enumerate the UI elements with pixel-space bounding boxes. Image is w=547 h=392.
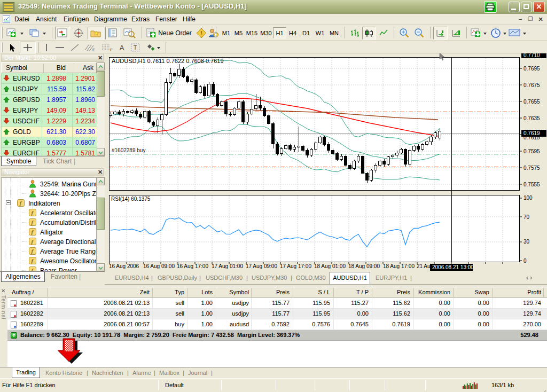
svg-text:0.7575: 0.7575 <box>523 165 540 171</box>
svg-text:T: T <box>134 45 137 51</box>
svg-text:0: 0 <box>523 258 527 264</box>
svg-text:18 Aug 17:00: 18 Aug 17:00 <box>383 263 415 269</box>
svg-text:0.7710: 0.7710 <box>523 53 540 58</box>
svg-text:2006.08.21 13:00: 2006.08.21 13:00 <box>432 264 474 270</box>
svg-text:17 Aug 01:00: 17 Aug 01:00 <box>212 263 243 269</box>
svg-text:18 Aug 09:00: 18 Aug 09:00 <box>348 263 380 269</box>
svg-text:0.7555: 0.7555 <box>523 182 540 187</box>
svg-text:17 Aug 09:00: 17 Aug 09:00 <box>246 263 277 269</box>
svg-text:16 Aug 2006: 16 Aug 2006 <box>109 263 139 269</box>
svg-text:21 Au: 21 Au <box>417 263 431 269</box>
svg-text:!: ! <box>200 30 202 36</box>
svg-text:0.7675: 0.7675 <box>523 82 540 88</box>
svg-text:F: F <box>110 48 113 52</box>
svg-text:18 Aug 01:00: 18 Aug 01:00 <box>314 263 346 269</box>
svg-text:0.7635: 0.7635 <box>523 115 540 121</box>
svg-text:0.7655: 0.7655 <box>523 99 540 105</box>
svg-text:16 Aug 17:00: 16 Aug 17:00 <box>177 263 208 269</box>
svg-text:0.7695: 0.7695 <box>523 66 540 72</box>
svg-text:70: 70 <box>523 214 530 220</box>
svg-text:17 Aug 17:00: 17 Aug 17:00 <box>280 263 311 269</box>
svg-text:100: 100 <box>523 195 533 201</box>
svg-text:#1602289 buy: #1602289 buy <box>112 147 145 153</box>
svg-text:16 Aug 09:00: 16 Aug 09:00 <box>143 263 175 269</box>
svg-text:0.7595: 0.7595 <box>523 148 540 154</box>
svg-text:AUDUSD,H1 0.7611 0.7622 0.760: AUDUSD,H1 0.7611 0.7622 0.7608 0.7619 <box>112 58 224 64</box>
svg-text:0.7619: 0.7619 <box>523 130 540 136</box>
svg-text:E: E <box>92 48 95 52</box>
svg-text:30: 30 <box>523 239 530 245</box>
svg-text:RSI(14) 60.1375: RSI(14) 60.1375 <box>111 196 151 202</box>
